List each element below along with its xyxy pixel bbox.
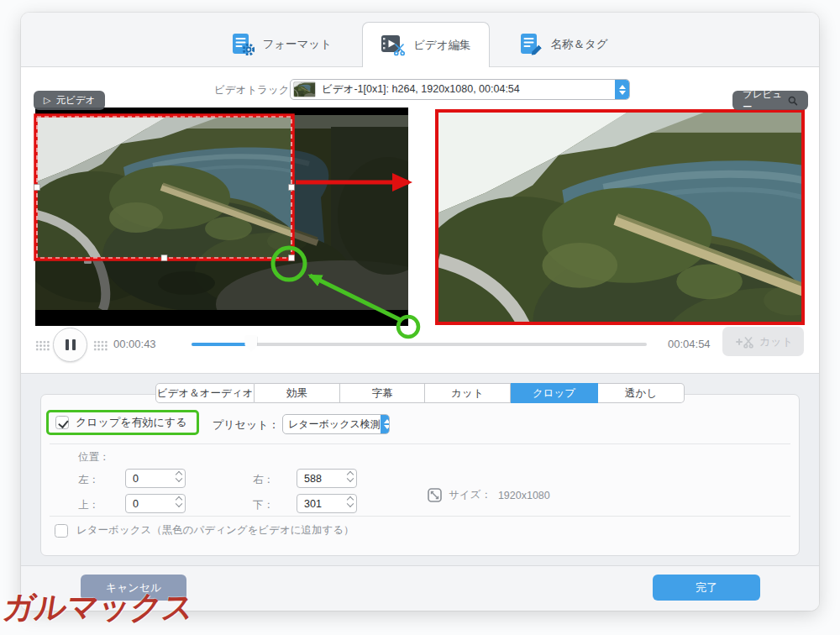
size-group: サイズ： 1920x1080 <box>428 488 550 502</box>
source-video-viewport[interactable] <box>35 108 408 326</box>
crop-bottom-stepper[interactable] <box>348 497 353 510</box>
crop-bottom-field-wrap <box>297 494 357 513</box>
tab-video-edit-label: ビデオ編集 <box>413 38 470 53</box>
preview-video-viewport[interactable] <box>435 109 805 325</box>
cut-button-label: カット <box>759 334 793 349</box>
magnifier-icon <box>788 95 798 107</box>
size-value: 1920x1080 <box>498 490 550 501</box>
slider-fill <box>192 343 250 346</box>
enable-crop-checkbox[interactable] <box>55 416 69 429</box>
tab-name-tags-label: 名称＆タグ <box>550 37 607 52</box>
tab-subtitles[interactable]: 字幕 <box>340 383 425 403</box>
crop-dim-overlay-bottom <box>35 258 291 310</box>
tab-cut[interactable]: カット <box>425 383 511 403</box>
preset-stepper[interactable] <box>381 415 390 433</box>
tab-name-tags[interactable]: 名称＆タグ <box>501 23 626 66</box>
tab-effects[interactable]: 効果 <box>255 383 340 403</box>
letterbox-label: レターボックス（黒色のパディングをビデオに追加する） <box>76 523 354 538</box>
edit-section: ビデオ＆オーディオ 効果 字幕 カット クロップ 透かし クロップを有効にする … <box>21 373 819 565</box>
resize-icon <box>428 488 442 502</box>
source-video-badge: ▷ 元ビデオ <box>34 91 105 110</box>
tab-video-edit[interactable]: ビデオ編集 <box>362 22 490 67</box>
preset-label: プリセット： <box>213 417 280 433</box>
drag-dots-icon <box>93 340 108 351</box>
seek-slider[interactable] <box>192 333 647 354</box>
cut-button[interactable]: カット <box>722 327 804 356</box>
slider-handle[interactable] <box>244 335 257 352</box>
crop-right-label: 右： <box>253 473 274 487</box>
crop-right-stepper[interactable] <box>348 472 353 485</box>
video-track-select[interactable]: ビデオ-1[0x1]: h264, 1920x1080, 00:04:54 <box>290 79 630 100</box>
header-tab-bar: フォーマット ビデオ編集 <box>21 13 819 67</box>
crop-top-label: 上： <box>78 498 99 512</box>
crop-left-field-wrap <box>125 469 186 488</box>
preset-value: レターボックス検測 <box>283 417 381 432</box>
crop-top-field-wrap <box>125 494 186 513</box>
total-duration: 00:04:54 <box>668 338 711 350</box>
crop-right-field-wrap <box>297 469 357 488</box>
preset-select[interactable]: レターボックス検測 <box>282 414 390 434</box>
letterbox-row: レターボックス（黒色のパディングをビデオに追加する） <box>55 523 354 538</box>
tab-format[interactable]: フォーマット <box>213 23 350 66</box>
crop-left-stepper[interactable] <box>176 472 181 485</box>
preview-badge-label: プレビュー <box>743 88 783 113</box>
pause-button[interactable] <box>53 328 87 362</box>
enable-crop-label: クロップを有効にする <box>76 415 186 430</box>
video-track-stepper[interactable] <box>615 80 629 99</box>
pause-icon <box>72 339 76 350</box>
letterbox-checkbox[interactable] <box>55 524 68 538</box>
tab-crop[interactable]: クロップ <box>511 383 598 403</box>
size-label: サイズ： <box>449 488 491 502</box>
crop-bottom-label: 下： <box>253 498 274 512</box>
track-bar: ビデオトラック： ビデオ-1[0x1]: h264, 1920x1080, 00… <box>21 78 819 103</box>
crop-top-stepper[interactable] <box>176 497 181 510</box>
name-tag-icon <box>520 34 543 55</box>
tab-video-audio[interactable]: ビデオ＆オーディオ <box>155 383 255 403</box>
garumax-watermark-logo: ガルマックス <box>0 585 197 630</box>
drag-dots-icon <box>35 340 50 351</box>
transport-bar: 00:00:43 00:04:54 カット <box>21 325 819 365</box>
preview-badge: プレビュー <box>732 91 808 110</box>
tab-format-label: フォーマット <box>262 37 332 52</box>
video-track-label: ビデオトラック： <box>214 83 300 97</box>
app-window: フォーマット ビデオ編集 <box>21 13 819 611</box>
position-label: 位置： <box>78 450 110 464</box>
video-track-thumbnail <box>293 81 316 97</box>
video-edit-icon <box>381 34 406 56</box>
crop-panel: クロップを有効にする プリセット： レターボックス検測 位置： 左： 右： 上： <box>40 394 800 556</box>
video-track-value: ビデオ-1[0x1]: h264, 1920x1080, 00:04:54 <box>322 82 615 97</box>
play-outline-icon: ▷ <box>44 96 50 105</box>
crop-left-label: 左： <box>78 473 99 487</box>
elapsed-time: 00:00:43 <box>113 338 156 350</box>
enable-crop-annotation: クロップを有効にする <box>46 410 199 435</box>
seek-track[interactable] <box>192 343 647 346</box>
crop-dim-overlay-right <box>291 115 408 310</box>
tab-watermark[interactable]: 透かし <box>598 383 685 403</box>
pause-icon <box>66 339 69 350</box>
done-button[interactable]: 完了 <box>653 575 760 601</box>
cut-scissors-icon <box>733 335 756 349</box>
edit-tab-bar: ビデオ＆オーディオ 効果 字幕 カット クロップ 透かし <box>21 383 819 403</box>
source-video-badge-label: 元ビデオ <box>55 94 95 107</box>
format-icon <box>232 34 255 55</box>
